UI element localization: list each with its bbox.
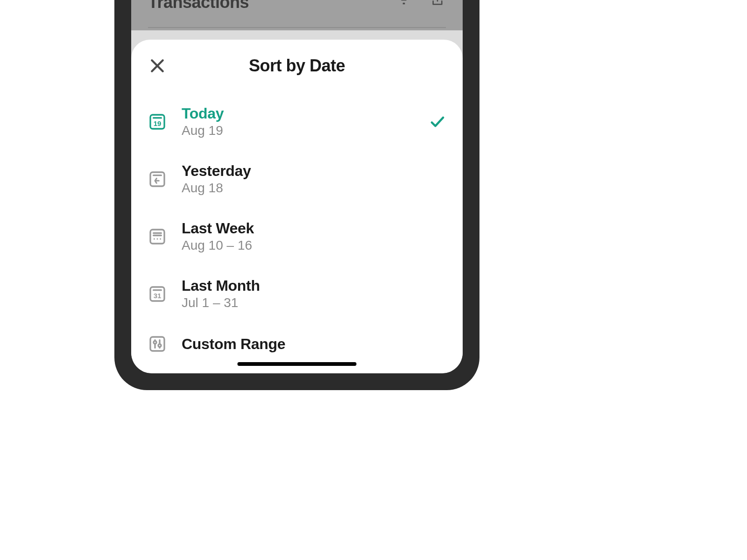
svg-point-13: [160, 238, 161, 239]
option-last-month[interactable]: 31 Last Month Jul 1 – 31: [148, 277, 446, 310]
option-label: Last Month: [182, 277, 446, 294]
option-label: Yesterday: [182, 162, 446, 180]
option-label: Last Week: [182, 220, 446, 237]
option-text: Yesterday Aug 18: [182, 162, 446, 196]
svg-point-21: [158, 344, 161, 347]
option-sublabel: Aug 10 – 16: [182, 238, 446, 253]
calendar-week-icon: [148, 227, 167, 246]
option-today[interactable]: 19 Today Aug 19: [148, 105, 446, 138]
option-label: Custom Range: [182, 336, 446, 353]
close-button[interactable]: [148, 56, 167, 75]
background-header-inner: Transactions: [131, 0, 463, 30]
calendar-month-icon: 31: [148, 285, 167, 303]
option-custom-range[interactable]: Custom Range: [148, 335, 446, 353]
calendar-yesterday-icon: [148, 170, 167, 189]
svg-rect-8: [150, 230, 164, 244]
svg-text:19: 19: [154, 119, 162, 127]
option-label: Today: [182, 105, 414, 122]
svg-point-19: [154, 341, 156, 344]
option-list: 19 Today Aug 19: [148, 105, 446, 353]
svg-point-11: [154, 238, 155, 239]
option-text: Custom Range: [182, 336, 446, 353]
svg-rect-17: [150, 337, 164, 351]
phone-frame: Transactions: [114, 0, 479, 390]
home-indicator[interactable]: [238, 362, 357, 366]
option-yesterday[interactable]: Yesterday Aug 18: [148, 162, 446, 196]
modal-overlay: [131, 0, 463, 30]
option-sublabel: Jul 1 – 31: [182, 295, 446, 310]
option-text: Today Aug 19: [182, 105, 414, 138]
phone-screen: Transactions: [131, 0, 463, 373]
close-icon: [148, 56, 167, 75]
svg-rect-6: [150, 172, 164, 186]
sliders-icon: [148, 335, 167, 353]
option-text: Last Month Jul 1 – 31: [182, 277, 446, 310]
background-header: Transactions: [131, 0, 463, 30]
option-sublabel: Aug 19: [182, 123, 414, 138]
sort-sheet: Sort by Date 19 Today Aug: [131, 40, 463, 373]
option-last-week[interactable]: Last Week Aug 10 – 16: [148, 220, 446, 253]
svg-text:31: 31: [154, 292, 162, 300]
option-sublabel: Aug 18: [182, 181, 446, 196]
check-icon: [429, 113, 446, 130]
sheet-title: Sort by Date: [249, 56, 345, 76]
svg-point-12: [157, 238, 158, 239]
sheet-header: Sort by Date: [148, 53, 446, 79]
option-text: Last Week Aug 10 – 16: [182, 220, 446, 253]
calendar-today-icon: 19: [148, 112, 167, 131]
